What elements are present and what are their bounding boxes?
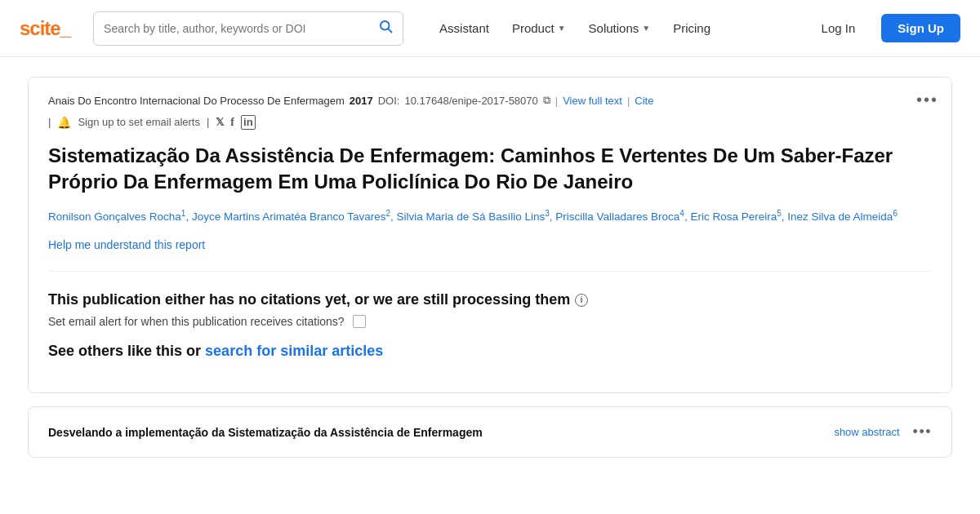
nav-pricing[interactable]: Pricing — [663, 15, 720, 42]
author-5[interactable]: Eric Rosa Pereira5 — [690, 210, 781, 223]
paper-title: Sistematização Da Assistência De Enferma… — [48, 143, 932, 196]
cite-link[interactable]: Cite — [635, 95, 653, 107]
signup-button[interactable]: Sign Up — [881, 14, 960, 42]
paper-more-button[interactable]: ••• — [916, 91, 938, 109]
logo[interactable]: scite_ — [20, 17, 70, 40]
product-chevron-icon: ▼ — [558, 24, 566, 33]
copy-doi-icon[interactable]: ⧉ — [543, 94, 550, 107]
doi-label: DOI: — [378, 95, 400, 107]
svg-line-1 — [388, 29, 391, 32]
similar-card-actions: show abstract ••• — [834, 423, 932, 441]
email-alert-label: Sign up to set email alerts — [78, 116, 200, 128]
bell-icon[interactable]: 🔔 — [57, 116, 71, 129]
social-row: | 🔔 Sign up to set email alerts | 𝕏 f in — [48, 115, 932, 130]
author-4[interactable]: Priscilla Valladares Broca4 — [555, 210, 684, 223]
email-alert-checkbox[interactable] — [353, 315, 366, 328]
paper-meta: Anais Do Encontro Internacional Do Proce… — [48, 94, 932, 107]
nav-product[interactable]: Product ▼ — [502, 15, 576, 42]
journal-name: Anais Do Encontro Internacional Do Proce… — [48, 95, 345, 107]
authors-list: Ronilson Gonçalves Rocha1, Joyce Martins… — [48, 206, 932, 225]
login-button[interactable]: Log In — [808, 15, 869, 42]
facebook-icon[interactable]: f — [230, 116, 234, 129]
author-1[interactable]: Ronilson Gonçalves Rocha1 — [48, 210, 185, 223]
search-button[interactable] — [378, 19, 393, 38]
nav-solutions[interactable]: Solutions ▼ — [579, 15, 661, 42]
search-bar — [93, 11, 403, 46]
nav-links: Assistant Product ▼ Solutions ▼ Pricing — [430, 15, 720, 42]
info-icon[interactable]: i — [575, 294, 588, 307]
see-others-text: See others like this or search for simil… — [48, 343, 932, 360]
solutions-chevron-icon: ▼ — [642, 24, 650, 33]
email-alert-text: Set email alert for when this publicatio… — [48, 315, 345, 328]
author-2[interactable]: Joyce Martins Arimatéa Branco Tavares2 — [192, 210, 390, 223]
email-alert-row: Set email alert for when this publicatio… — [48, 315, 932, 328]
similar-article-title: Desvelando a implementação da Sistematiz… — [48, 426, 483, 439]
nav-assistant[interactable]: Assistant — [430, 15, 499, 42]
main-content: ••• Anais Do Encontro Internacional Do P… — [8, 57, 972, 458]
citations-title: This publication either has no citations… — [48, 291, 932, 308]
paper-card: ••• Anais Do Encontro Internacional Do P… — [28, 77, 952, 393]
similar-card: Desvelando a implementação da Sistematiz… — [28, 406, 952, 458]
view-full-text-link[interactable]: View full text — [563, 95, 622, 107]
help-understand-link[interactable]: Help me understand this report — [48, 238, 205, 251]
doi-value: 10.17648/enipe-2017-58070 — [404, 95, 537, 107]
twitter-icon[interactable]: 𝕏 — [216, 116, 224, 128]
search-similar-link[interactable]: search for similar articles — [205, 343, 383, 359]
linkedin-icon[interactable]: in — [241, 115, 256, 130]
show-abstract-link[interactable]: show abstract — [834, 426, 899, 438]
author-6[interactable]: Inez Silva de Almeida6 — [787, 210, 898, 223]
citations-section: This publication either has no citations… — [48, 272, 932, 373]
navbar: scite_ Assistant Product ▼ Solutions ▼ P… — [0, 0, 980, 57]
similar-more-button[interactable]: ••• — [913, 423, 932, 441]
search-input[interactable] — [104, 22, 378, 35]
author-3[interactable]: Silvia Maria de Sá Basílio Lins3 — [397, 210, 550, 223]
publication-year: 2017 — [350, 95, 373, 107]
